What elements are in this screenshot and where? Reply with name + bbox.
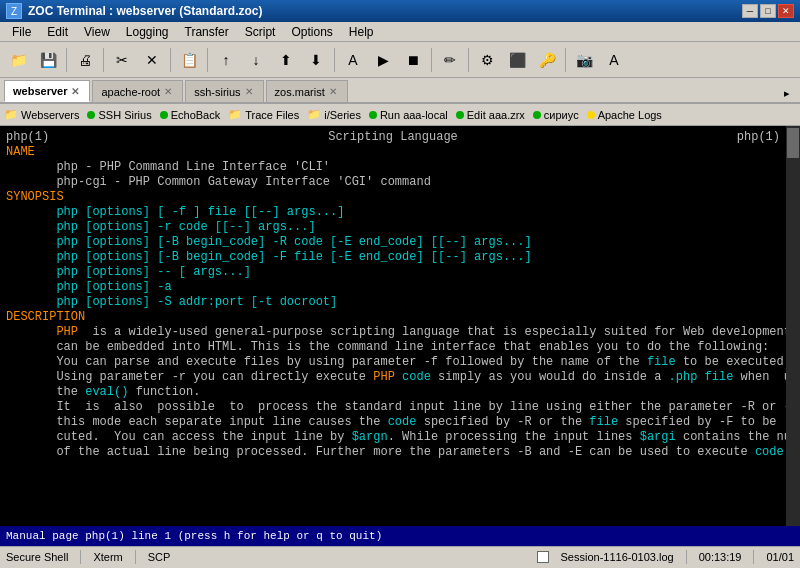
font-button[interactable]: A	[339, 46, 367, 74]
window-title: ZOC Terminal : webserver (Standard.zoc)	[28, 4, 263, 18]
open-button[interactable]: 📁	[4, 46, 32, 74]
terminal-line: SYNOPSIS	[6, 190, 64, 204]
terminal-line: php [options] -- [ args...]	[6, 265, 780, 280]
sep6	[431, 48, 432, 72]
terminal-line: php [options] [-B begin_code] -R code [-…	[6, 235, 780, 250]
bookmark-ssh-sirius[interactable]: SSH Sirius	[87, 109, 151, 121]
tab-zos.marist[interactable]: zos.marist✕	[266, 80, 348, 102]
bottom-item-scp[interactable]: SCP	[148, 551, 171, 563]
status-text: Manual page php(1) line 1 (press h for h…	[6, 530, 794, 542]
terminal-line: PHP is a widely-used general-purpose scr…	[6, 325, 780, 340]
close-button[interactable]: ✕	[778, 4, 794, 18]
terminal-line: php [options] [-B begin_code] -R code [-…	[6, 235, 532, 249]
bookmark-edit-aaa.zrx[interactable]: Edit aaa.zrx	[456, 109, 525, 121]
tab-bar: webserver✕apache-root✕ssh-sirius✕zos.mar…	[0, 78, 800, 104]
terminal-line: php [options] -S addr:port [-t docroot]	[6, 295, 337, 309]
terminal-line: php [options] [-B begin_code] -F file [-…	[6, 250, 780, 265]
window-controls: ─ □ ✕	[742, 4, 794, 18]
minimize-button[interactable]: ─	[742, 4, 758, 18]
title-bar: Z ZOC Terminal : webserver (Standard.zoc…	[0, 0, 800, 22]
terminal-line: DESCRIPTION	[6, 310, 85, 324]
maximize-button[interactable]: □	[760, 4, 776, 18]
menu-item-edit[interactable]: Edit	[39, 24, 76, 40]
tab-webserver[interactable]: webserver✕	[4, 80, 90, 102]
menu-item-options[interactable]: Options	[283, 24, 340, 40]
scroll-down-button[interactable]: ↓	[242, 46, 270, 74]
scrollbar[interactable]	[786, 126, 800, 526]
sep2	[103, 48, 104, 72]
block-button[interactable]: ⬛	[503, 46, 531, 74]
tab-close-icon[interactable]: ✕	[71, 86, 79, 97]
bookmark-label: SSH Sirius	[98, 109, 151, 121]
bookmark-label: Apache Logs	[598, 109, 662, 121]
terminal-line: php [options] -r code [[--] args...]	[6, 220, 780, 235]
bookmark-i/series[interactable]: 📁i/Series	[307, 108, 361, 121]
tab-close-icon[interactable]: ✕	[329, 86, 337, 97]
bookmark-trace-files[interactable]: 📁Trace Files	[228, 108, 299, 121]
menu-item-view[interactable]: View	[76, 24, 118, 40]
bottom-item-xterm[interactable]: Xterm	[93, 551, 122, 563]
folder-icon: 📁	[4, 108, 18, 121]
dot-icon	[533, 111, 541, 119]
bottom-separator	[80, 550, 81, 564]
capture-button[interactable]: 📷	[570, 46, 598, 74]
terminal-line: can be embedded into HTML. This is the c…	[6, 340, 780, 355]
sep8	[565, 48, 566, 72]
stop-button[interactable]: ⏹	[399, 46, 427, 74]
bookmark-label: Edit aaa.zrx	[467, 109, 525, 121]
delete-button[interactable]: ✕	[138, 46, 166, 74]
bookmark-apache-logs[interactable]: Apache Logs	[587, 109, 662, 121]
menu-item-logging[interactable]: Logging	[118, 24, 177, 40]
bottom-bar: Secure ShellXtermSCPSession-1116-0103.lo…	[0, 546, 800, 566]
bottom-sep2	[686, 550, 687, 564]
bottom-item-secure-shell[interactable]: Secure Shell	[6, 551, 68, 563]
terminal-line: You can parse and execute files by using…	[6, 355, 780, 370]
terminal-line: php [options] [ -f ] file [[--] args...]	[6, 205, 780, 220]
print-button[interactable]: 🖨	[71, 46, 99, 74]
bookmark-bar: 📁WebserversSSH SiriusEchoBack📁Trace File…	[0, 104, 800, 126]
bookmark-сириус[interactable]: сириус	[533, 109, 579, 121]
bookmark-webservers[interactable]: 📁Webservers	[4, 108, 79, 121]
terminal-line: php-cgi - PHP Common Gateway Interface '…	[6, 175, 780, 190]
time-display: 00:13:19	[699, 551, 742, 563]
dot-icon	[456, 111, 464, 119]
terminal-line: php-cgi - PHP Common Gateway Interface '…	[6, 175, 431, 189]
terminal-line: php - PHP Command Line Interface 'CLI'	[6, 160, 780, 175]
bookmark-label: Trace Files	[245, 109, 299, 121]
terminal-line: NAME	[6, 145, 35, 159]
bookmark-run-aaa-local[interactable]: Run aaa-local	[369, 109, 448, 121]
terminal[interactable]: php(1)Scripting Languagephp(1)NAME php -…	[0, 126, 786, 526]
menu-item-help[interactable]: Help	[341, 24, 382, 40]
app-icon: Z	[6, 3, 22, 19]
cut-button[interactable]: ✂	[108, 46, 136, 74]
sep3	[170, 48, 171, 72]
terminal-line: php [options] [-B begin_code] -F file [-…	[6, 250, 532, 264]
tab-close-icon[interactable]: ✕	[164, 86, 172, 97]
paste-button[interactable]: 📋	[175, 46, 203, 74]
toolbar: 📁💾🖨✂✕📋↑↓⬆⬇A▶⏹✏⚙⬛🔑📷A	[0, 42, 800, 78]
terminal-line: php(1)Scripting Languagephp(1)	[6, 130, 780, 145]
bookmark-echoback[interactable]: EchoBack	[160, 109, 221, 121]
key-button[interactable]: 🔑	[533, 46, 561, 74]
settings-button[interactable]: ⚙	[473, 46, 501, 74]
font2-button[interactable]: A	[600, 46, 628, 74]
terminal-line: cuted. You can access the input line by …	[6, 430, 780, 445]
dot-icon	[587, 111, 595, 119]
save-button[interactable]: 💾	[34, 46, 62, 74]
tab-close-icon[interactable]: ✕	[245, 86, 253, 97]
folder-icon: 📁	[228, 108, 242, 121]
terminal-line: the eval() function.	[6, 385, 780, 400]
scroll-up-button[interactable]: ↑	[212, 46, 240, 74]
tab-ssh-sirius[interactable]: ssh-sirius✕	[185, 80, 263, 102]
run-button[interactable]: ▶	[369, 46, 397, 74]
bottom-sep3	[753, 550, 754, 564]
menu-item-file[interactable]: File	[4, 24, 39, 40]
menu-item-transfer[interactable]: Transfer	[177, 24, 237, 40]
download-button[interactable]: ⬇	[302, 46, 330, 74]
scrollbar-thumb[interactable]	[787, 128, 799, 158]
menu-item-script[interactable]: Script	[237, 24, 284, 40]
terminal-line: DESCRIPTION	[6, 310, 780, 325]
edit-button[interactable]: ✏	[436, 46, 464, 74]
upload-button[interactable]: ⬆	[272, 46, 300, 74]
tab-apache-root[interactable]: apache-root✕	[92, 80, 183, 102]
